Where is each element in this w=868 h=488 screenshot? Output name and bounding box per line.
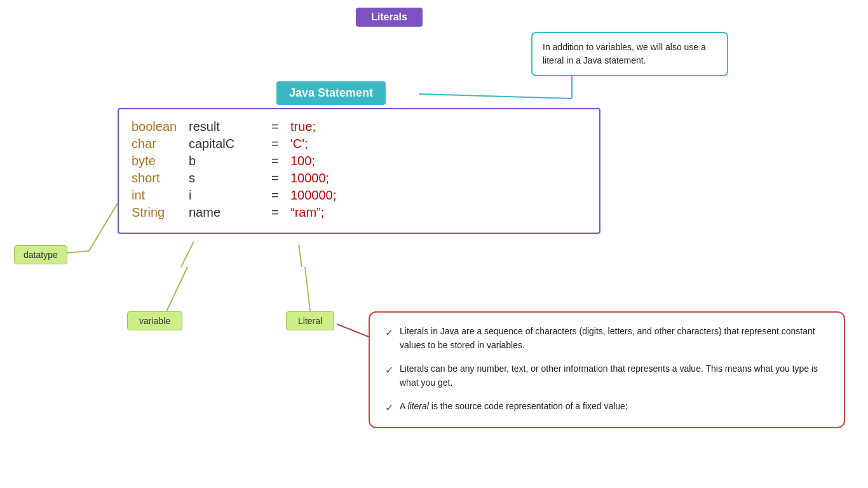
code-line-3: byte b = 100; [132, 154, 587, 168]
eq-4: = [271, 171, 290, 186]
bullet-text-3: A literal is the source code representat… [400, 399, 628, 413]
type-int: int [132, 188, 189, 203]
var-result: result [189, 119, 271, 134]
val-100: 100; [290, 154, 315, 168]
var-capitalc: capitalC [189, 137, 271, 151]
bullet-text-1: Literals in Java are a sequence of chara… [400, 324, 829, 353]
code-line-5: int i = 100000; [132, 188, 587, 203]
val-10000: 10000; [290, 171, 329, 186]
eq-3: = [271, 154, 290, 168]
code-line-6: String name = “ram”; [132, 205, 587, 220]
svg-line-8 [337, 324, 369, 337]
eq-6: = [271, 205, 290, 220]
var-s: s [189, 171, 271, 186]
bullet-1: ✓ Literals in Java are a sequence of cha… [385, 324, 829, 353]
type-char: char [132, 137, 189, 151]
svg-line-0 [419, 94, 572, 98]
eq-5: = [271, 188, 290, 203]
bullet-3: ✓ A literal is the source code represent… [385, 399, 829, 416]
var-name: name [189, 205, 271, 220]
check-icon-3: ✓ [385, 400, 393, 416]
svg-line-5 [181, 241, 194, 267]
var-b: b [189, 154, 271, 168]
title-badge: Literals [356, 8, 423, 27]
bullet-2: ✓ Literals can be any number, text, or o… [385, 362, 829, 390]
check-icon-2: ✓ [385, 362, 393, 379]
code-box: boolean result = true; char capitalC = '… [118, 108, 600, 234]
eq-2: = [271, 137, 290, 151]
type-byte: byte [132, 154, 189, 168]
callout-bottom: ✓ Literals in Java are a sequence of cha… [369, 311, 845, 428]
check-icon-1: ✓ [385, 325, 393, 341]
eq-1: = [271, 119, 290, 134]
var-i: i [189, 188, 271, 203]
code-line-1: boolean result = true; [132, 119, 587, 134]
val-ram: “ram”; [290, 205, 324, 220]
svg-line-6 [305, 267, 310, 311]
svg-line-4 [166, 267, 187, 311]
val-true: true; [290, 119, 316, 134]
svg-line-2 [89, 203, 118, 251]
svg-line-7 [299, 245, 302, 267]
type-boolean: boolean [132, 119, 189, 134]
type-string: String [132, 205, 189, 220]
callout-top-right: In addition to variables, we will also u… [531, 32, 728, 76]
code-line-2: char capitalC = 'C'; [132, 137, 587, 151]
bullet-text-2: Literals can be any number, text, or oth… [400, 362, 829, 390]
code-line-4: short s = 10000; [132, 171, 587, 186]
literal-label: Literal [286, 311, 334, 330]
type-short: short [132, 171, 189, 186]
java-statement-label: Java Statement [276, 81, 386, 105]
datatype-label: datatype [14, 245, 67, 264]
val-100000: 100000; [290, 188, 336, 203]
val-c: 'C'; [290, 137, 308, 151]
variable-label: variable [127, 311, 182, 330]
